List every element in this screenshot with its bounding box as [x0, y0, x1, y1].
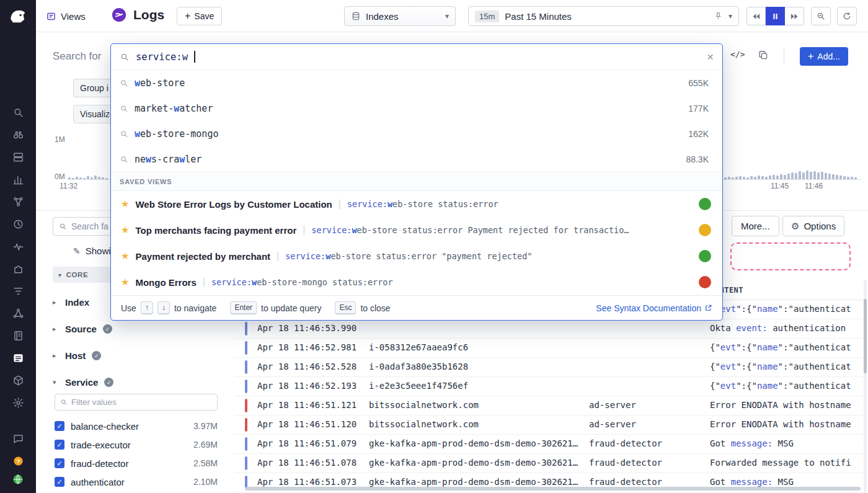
histogram-bar: [806, 171, 808, 179]
service-value-row[interactable]: ✓authenticator2.10M: [55, 473, 218, 491]
log-row[interactable]: Apr 18 11:46:51.079gke-kafka-apm-prod-de…: [234, 435, 863, 454]
gear-icon: ⚙: [791, 221, 799, 232]
log-date: Apr 18 11:46:53.990: [257, 323, 356, 333]
search-input[interactable]: service:w ×: [111, 44, 722, 70]
chat-icon[interactable]: [12, 433, 24, 445]
avatar: [699, 276, 711, 288]
log-row[interactable]: Apr 18 11:46:52.981i-058312e67aaea9fc6{"…: [234, 339, 863, 358]
service-facet-values: ✓balance-checker3.97M✓trade-executor2.69…: [55, 417, 218, 491]
avatar: [699, 250, 711, 262]
processes-icon[interactable]: [12, 196, 24, 208]
service-value-count: 2.10M: [193, 477, 218, 487]
rewind-button[interactable]: [746, 7, 766, 25]
zoom-out-icon: [816, 11, 826, 21]
binoculars-icon[interactable]: [12, 129, 24, 141]
highlight-outline-box: [730, 242, 851, 270]
log-row[interactable]: Apr 18 11:46:52.193i-e2e3c5eee1f4756ef{"…: [234, 377, 863, 396]
log-service: ad-server: [589, 400, 704, 410]
fast-forward-button[interactable]: [785, 7, 804, 25]
vertical-scrollbar[interactable]: [864, 280, 867, 493]
histogram-bar: [825, 173, 827, 179]
status-level-bar: [245, 360, 247, 374]
status-level-bar: [245, 437, 247, 451]
log-row[interactable]: Apr 18 11:46:53.990Okta event: authentic…: [234, 319, 863, 339]
playback-controls: [746, 7, 804, 25]
histogram-bar: [799, 171, 801, 179]
saved-view-item[interactable]: ★Payment rejected by merchant|service:we…: [111, 243, 722, 269]
pipelines-icon[interactable]: [12, 285, 24, 297]
pin-icon[interactable]: [714, 12, 723, 21]
search-suggestion[interactable]: market-watcher177K: [111, 95, 722, 121]
service-value-row[interactable]: ✓balance-checker3.97M: [55, 417, 218, 435]
vertical-scrollbar-thumb[interactable]: [864, 299, 867, 373]
checkbox-checked[interactable]: ✓: [55, 440, 64, 450]
refresh-button[interactable]: [837, 7, 857, 25]
service-value-row[interactable]: ✓fraud-detector2.58M: [55, 454, 218, 473]
zoom-out-button[interactable]: [811, 7, 831, 25]
check-badge-icon: ✓: [92, 351, 101, 360]
timeline-histogram-right[interactable]: [724, 148, 862, 179]
search-icon[interactable]: [12, 107, 24, 118]
help-icon[interactable]: ?: [12, 455, 24, 467]
log-host: i-0adaf3a80e35b1628: [369, 362, 585, 371]
histogram-bar: [836, 175, 838, 179]
checkbox-checked[interactable]: ✓: [55, 477, 64, 487]
service-value-row[interactable]: ✓trade-executor2.69M: [55, 435, 218, 454]
saved-view-query: service:web-store-mongo status:error: [211, 277, 393, 287]
search-icon: [120, 155, 128, 164]
packages-icon[interactable]: [12, 375, 24, 386]
saved-view-title: Web Store Error Logs by Customer Locatio…: [135, 199, 332, 210]
checkbox-checked[interactable]: ✓: [55, 458, 64, 468]
views-button[interactable]: Views: [46, 7, 86, 25]
log-row[interactable]: Apr 18 11:46:51.078gke-kafka-apm-prod-de…: [234, 454, 863, 473]
log-content: {"evt":{"name":"authenticat: [710, 304, 863, 314]
service-value-label: fraud-detector: [71, 458, 128, 469]
facet-item-host[interactable]: ▸Host✓: [53, 342, 229, 369]
datadog-logo-icon[interactable]: [6, 4, 30, 29]
indexes-dropdown[interactable]: Indexes ▾: [344, 6, 456, 26]
notebooks-icon[interactable]: [12, 330, 24, 342]
add-button[interactable]: + Add...: [800, 47, 848, 66]
infrastructure-icon[interactable]: [12, 151, 24, 163]
saved-views-list: ★Web Store Error Logs by Customer Locati…: [111, 191, 722, 295]
clear-search-icon[interactable]: ×: [707, 51, 714, 63]
saved-view-item[interactable]: ★Web Store Error Logs by Customer Locati…: [111, 191, 722, 217]
search-suggestion[interactable]: news-crawler88.3K: [111, 146, 722, 172]
logs-page: ? Views Logs + Save Indexes ▾ 15m Past 1…: [0, 0, 868, 493]
checkbox-checked[interactable]: ✓: [55, 421, 64, 431]
region-globe-icon[interactable]: [12, 473, 24, 486]
ci-icon[interactable]: [12, 218, 24, 230]
options-button[interactable]: ⚙ Options: [782, 216, 844, 236]
search-suggestion[interactable]: web-store-mongo162K: [111, 121, 722, 146]
raw-query-toggle[interactable]: </>: [730, 50, 745, 59]
saved-view-item[interactable]: ★Top merchants facing payment error|serv…: [111, 217, 722, 243]
settings-icon[interactable]: [12, 397, 24, 409]
copy-icon[interactable]: [758, 50, 770, 62]
integrations-icon[interactable]: [12, 263, 24, 275]
facet-label: Index: [65, 297, 89, 308]
log-content: Okta event: authentication: [710, 323, 863, 333]
facet-label: Service: [65, 377, 98, 388]
filter-values-input[interactable]: [71, 398, 212, 407]
horizontal-scrollbar[interactable]: [245, 487, 861, 491]
plus-icon: +: [808, 51, 813, 62]
log-row[interactable]: Apr 18 11:46:51.121bitssocialnetwork.com…: [234, 396, 863, 415]
save-button[interactable]: + Save: [177, 7, 222, 25]
facet-item-service[interactable]: ▾Service✓: [53, 369, 229, 396]
filter-values-field[interactable]: [55, 394, 218, 411]
star-icon: ★: [121, 198, 129, 210]
time-range-selector[interactable]: 15m Past 15 Minutes ▾: [468, 6, 739, 26]
service-map-icon[interactable]: [12, 308, 24, 319]
logs-icon[interactable]: [12, 352, 24, 364]
search-suggestion[interactable]: web-store655K: [111, 70, 722, 95]
more-button[interactable]: More...: [732, 216, 779, 236]
toolbar-divider: [784, 48, 784, 64]
log-row[interactable]: Apr 18 11:46:51.120bitssocialnetwork.com…: [234, 415, 863, 435]
syntax-documentation-link[interactable]: See Syntax Documentation: [596, 303, 712, 313]
log-host: bitssocialnetwork.com: [369, 419, 585, 429]
apm-icon[interactable]: [12, 241, 24, 252]
pause-button[interactable]: [766, 7, 785, 25]
metrics-icon[interactable]: [12, 174, 24, 185]
log-row[interactable]: Apr 18 11:46:52.528i-0adaf3a80e35b1628{"…: [234, 358, 863, 377]
saved-view-item[interactable]: ★Mongo Errors|service:web-store-mongo st…: [111, 269, 722, 295]
